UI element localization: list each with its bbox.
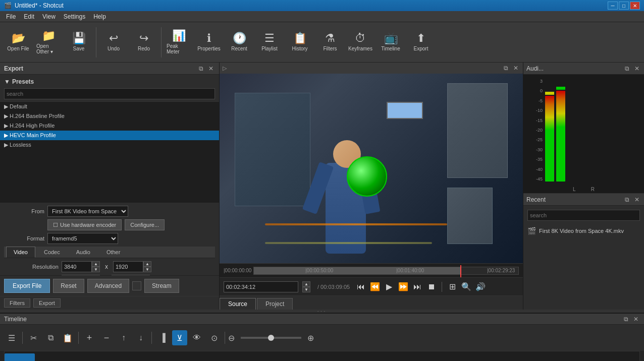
- advanced-button[interactable]: Advanced: [87, 279, 129, 293]
- preset-hevc-main[interactable]: ▶ HEVC Main Profile: [0, 131, 219, 140]
- recent-close-button[interactable]: ✕: [633, 196, 641, 203]
- configure-button[interactable]: Configure...: [125, 219, 165, 230]
- current-time-display[interactable]: [224, 281, 298, 292]
- recent-button[interactable]: 🕐 Recent: [225, 25, 253, 60]
- grid-button[interactable]: ⊞: [446, 281, 458, 293]
- time-up[interactable]: ▲: [302, 281, 310, 287]
- tl-ripple-all-button[interactable]: ⊙: [206, 330, 222, 345]
- zoom-out-button[interactable]: ⊖: [228, 333, 235, 343]
- history-button[interactable]: 📋 History: [286, 25, 314, 60]
- preset-h264-baseline[interactable]: ▶ H.264 Baseline Profile: [0, 111, 219, 121]
- stop-button[interactable]: ⏹: [425, 281, 438, 293]
- menu-edit[interactable]: Edit: [20, 12, 38, 21]
- minimize-button[interactable]: ─: [608, 2, 618, 10]
- properties-button[interactable]: ℹ Properties: [195, 25, 223, 60]
- volume-button[interactable]: 🔊: [474, 281, 487, 293]
- tl-snap-button[interactable]: ⊻: [172, 330, 187, 345]
- tl-split-button[interactable]: ▐: [155, 330, 170, 345]
- menu-view[interactable]: View: [38, 12, 60, 21]
- preset-h264-high[interactable]: ▶ H.264 High Profile: [0, 121, 219, 131]
- audio-float-button[interactable]: ⧉: [623, 65, 631, 72]
- recent-float-button[interactable]: ⧉: [623, 196, 631, 203]
- export-tab[interactable]: Export: [33, 298, 61, 308]
- undo-label: Undo: [108, 46, 120, 51]
- filters-button[interactable]: ⚗ Filters: [316, 25, 344, 60]
- save-label: Save: [73, 46, 85, 51]
- tl-menu-button[interactable]: ☰: [4, 330, 19, 345]
- recent-item-1[interactable]: 🎬 First 8K Video from Space 4K.mkv: [523, 225, 644, 237]
- panel-close-button[interactable]: ✕: [207, 65, 215, 72]
- zoom-slider[interactable]: [241, 337, 301, 339]
- tl-cut-button[interactable]: ✂: [26, 330, 41, 345]
- project-tab[interactable]: Project: [257, 298, 293, 310]
- recent-search-input[interactable]: [527, 210, 640, 221]
- timeline-float-button[interactable]: ⧉: [622, 316, 630, 323]
- maximize-button[interactable]: □: [619, 2, 629, 10]
- stream-button[interactable]: Stream: [144, 279, 179, 293]
- peak-meter-icon: 📊: [172, 30, 186, 41]
- tl-lift-button[interactable]: ↑: [116, 330, 131, 345]
- resolution-height-input[interactable]: [113, 261, 143, 272]
- close-button[interactable]: ✕: [630, 2, 640, 10]
- audio-panel-header: Audi... ⧉ ✕: [523, 63, 644, 75]
- timeline-button[interactable]: 📺 Timeline: [377, 25, 405, 60]
- from-select[interactable]: First 8K Video from Space 4K: [47, 206, 128, 217]
- video-float-button[interactable]: ⧉: [502, 65, 510, 72]
- tl-overwrite-button[interactable]: ↓: [133, 330, 148, 345]
- source-tab[interactable]: Source: [220, 298, 256, 310]
- scale-0: 0: [527, 88, 543, 93]
- prev-frame-button[interactable]: ⏪: [369, 281, 381, 293]
- reset-button[interactable]: Reset: [53, 279, 84, 293]
- timeline-close-button[interactable]: ✕: [632, 316, 640, 323]
- presets-search-input[interactable]: [4, 88, 215, 99]
- tl-add-button[interactable]: +: [82, 330, 97, 345]
- audio-close-button[interactable]: ✕: [633, 65, 641, 72]
- tab-other[interactable]: Other: [99, 247, 128, 258]
- export-button[interactable]: ⬆ Export: [407, 25, 435, 60]
- redo-button[interactable]: ↪ Redo: [130, 25, 158, 60]
- panel-float-button[interactable]: ⧉: [197, 65, 205, 72]
- tab-video[interactable]: Video: [6, 247, 35, 258]
- filters-tab[interactable]: Filters: [4, 298, 30, 308]
- keyframes-button[interactable]: ⏱ Keyframes: [346, 25, 374, 60]
- properties-icon: ℹ: [207, 33, 211, 44]
- tab-codec[interactable]: Codec: [36, 247, 68, 258]
- playlist-button[interactable]: ☰ Playlist: [255, 25, 284, 60]
- skip-end-button[interactable]: ⏭: [411, 281, 423, 293]
- open-other-button[interactable]: 📁 Open Other ▾: [34, 25, 63, 60]
- res-h-up[interactable]: ▲: [143, 261, 151, 267]
- tl-paste-button[interactable]: 📋: [60, 330, 75, 345]
- timeline-track[interactable]: [253, 267, 519, 275]
- res-w-up[interactable]: ▲: [92, 261, 100, 267]
- open-file-button[interactable]: 📂 Open File: [4, 25, 32, 60]
- menu-settings[interactable]: Settings: [60, 12, 89, 21]
- menu-file[interactable]: File: [2, 12, 20, 21]
- format-select[interactable]: framemd5: [47, 233, 118, 244]
- preset-default[interactable]: ▶ Default: [0, 102, 219, 111]
- export-file-button[interactable]: Export File: [4, 279, 50, 293]
- resolution-width-input[interactable]: [62, 261, 92, 272]
- res-w-down[interactable]: ▼: [92, 267, 100, 272]
- tab-audio[interactable]: Audio: [69, 247, 98, 258]
- playhead-marker: [460, 265, 461, 277]
- audio-meter-display: 3 0 -5 -10 -15 -20 -25 -30 -35 -40 -45: [523, 75, 644, 186]
- transport-bar: ▲ ▼ / 00:03:09:05 ⏮ ⏪ ▶ ⏩ ⏭ ⏹ ⊞ 🔍 🔊: [220, 277, 523, 295]
- play-button[interactable]: ▶: [383, 281, 395, 293]
- video-close-button[interactable]: ✕: [512, 65, 520, 72]
- next-frame-button[interactable]: ⏩: [397, 281, 409, 293]
- zoom-in-button[interactable]: ⊕: [307, 333, 314, 343]
- save-button[interactable]: 💾 Save: [65, 25, 93, 60]
- tl-ripple-button[interactable]: 👁: [189, 330, 204, 345]
- res-h-down[interactable]: ▼: [143, 267, 151, 272]
- peak-meter-button[interactable]: 📊 Peak Meter: [165, 25, 193, 60]
- hw-encoder-button[interactable]: ☐ Use hardware encoder: [47, 219, 122, 230]
- presets-header[interactable]: ▼ Presets: [4, 77, 215, 87]
- tl-copy-button[interactable]: ⧉: [43, 330, 58, 345]
- skip-start-button[interactable]: ⏮: [355, 281, 367, 293]
- menu-help[interactable]: Help: [89, 12, 110, 21]
- preset-lossless[interactable]: ▶ Lossless: [0, 140, 219, 150]
- undo-button[interactable]: ↩ Undo: [99, 25, 128, 60]
- tl-remove-button[interactable]: −: [99, 330, 114, 345]
- zoom-button[interactable]: 🔍: [460, 281, 472, 293]
- time-down[interactable]: ▼: [302, 287, 310, 292]
